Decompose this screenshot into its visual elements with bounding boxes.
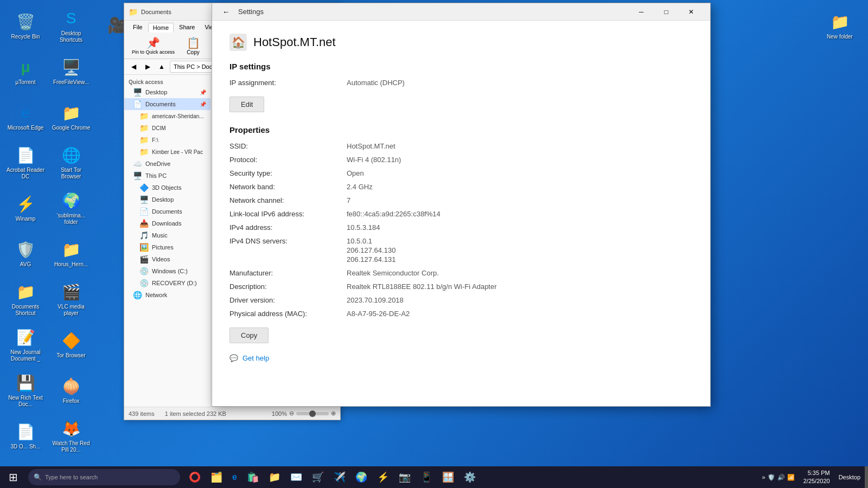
taskbar-network-icon[interactable]: 📶: [787, 474, 795, 481]
settings-channel-value: 7: [347, 196, 350, 204]
google-chrome-icon[interactable]: 🌐 Start Tor Browser: [49, 140, 93, 184]
firefox-icon[interactable]: 🦊 Watch The Red Pill 20...: [49, 414, 93, 457]
new-journal-icon[interactable]: 📝 New Journal Document _: [4, 323, 47, 366]
fe-sidebar-onedrive[interactable]: ☁️ OneDrive: [124, 158, 210, 170]
taskbar-task-view[interactable]: 🗂️: [206, 467, 227, 487]
settings-dns-3: 206.127.64.131: [347, 255, 395, 264]
start-tor-icon[interactable]: 🌍 'sublimina... folder: [49, 186, 93, 229]
fe-zoom-thumb: [309, 410, 316, 417]
subliminal-icon[interactable]: 📁 Horus_Hern...: [49, 232, 93, 275]
start-button[interactable]: ⊞: [0, 466, 26, 488]
taskbar-search[interactable]: 🔍 Type here to search: [28, 469, 180, 485]
taskbar-folder[interactable]: 📁: [264, 467, 285, 487]
fe-pin-button[interactable]: 📌 Pin to Quick access: [129, 35, 178, 56]
skype-icon[interactable]: S Desktop Shortcuts: [49, 4, 93, 47]
settings-back-button[interactable]: ←: [219, 4, 234, 20]
settings-mac-label: Physical address (MAC):: [229, 310, 338, 318]
avg-icon[interactable]: 🛡️ AVG: [4, 232, 47, 275]
taskbar-show-desktop-button[interactable]: [865, 466, 868, 488]
fe-folder-kimber[interactable]: 📁 Kimber Lee - VR Pac: [124, 146, 210, 158]
taskbar-camera[interactable]: 📷: [394, 467, 415, 487]
fe-zoom-slider[interactable]: [296, 412, 329, 415]
fe-sidebar: Quick access 🖥️ Desktop 📌 📄 Documents 📌 …: [124, 75, 211, 407]
taskbar-winamp[interactable]: ⚡: [373, 467, 393, 487]
acrobat-icon[interactable]: 📄 Acrobat Reader DC: [4, 140, 47, 184]
taskbar-cortana[interactable]: ⭕: [184, 467, 205, 487]
fe-back-button[interactable]: ◀: [127, 61, 139, 73]
settings-driver-value: 2023.70.109.2018: [347, 296, 404, 304]
utorrent-icon[interactable]: μ µTorrent: [4, 49, 47, 93]
taskbar-clock[interactable]: 5:35 PM 2/25/2020: [799, 469, 834, 486]
taskbar-desktop-label[interactable]: Desktop: [834, 474, 865, 480]
fe-forward-button[interactable]: ▶: [142, 61, 154, 73]
fe-folder-f[interactable]: 📁 F:\: [124, 134, 210, 146]
settings-ip-assignment-label: IP assignment:: [229, 79, 338, 87]
fe-up-button[interactable]: ▲: [156, 61, 168, 73]
settings-dns-row: IPv4 DNS servers: 10.5.0.1 206.127.64.13…: [229, 237, 693, 264]
settings-ipv6-value: fe80::4ca5:a9d:2265:c38f%14: [347, 210, 441, 218]
settings-channel-row: Network channel: 7: [229, 196, 693, 204]
fe-sidebar-videos[interactable]: 🎬 Videos: [124, 253, 210, 265]
taskbar-tray-expand[interactable]: »: [762, 474, 765, 480]
settings-maximize-button[interactable]: □: [654, 3, 679, 21]
winamp-label: Winamp: [16, 216, 36, 222]
taskbar-mail[interactable]: ✉️: [286, 467, 307, 487]
fe-sidebar-pictures[interactable]: 🖼️ Pictures: [124, 241, 210, 253]
fe-zoom-in-button[interactable]: ⊕: [331, 410, 336, 417]
vlc-icon[interactable]: 🔶 Tor Browser: [49, 323, 93, 366]
taskbar-windows-store2[interactable]: 🪟: [438, 467, 458, 487]
edge-icon[interactable]: e Microsoft Edge: [4, 95, 47, 138]
desktop-shortcuts-icon[interactable]: 🖥️ FreeFileView...: [49, 49, 93, 93]
fe-sidebar-music[interactable]: 🎵 Music: [124, 229, 210, 241]
settings-close-button[interactable]: ✕: [679, 3, 704, 21]
winamp-icon[interactable]: ⚡ Winamp: [4, 186, 47, 229]
desktop-icons: 🗑️ Recycle Bin μ µTorrent e Microsoft Ed…: [0, 0, 60, 466]
fe-sidebar-network[interactable]: 🌐 Network: [124, 289, 210, 301]
taskbar-orbit[interactable]: 🌍: [351, 467, 372, 487]
taskbar-tray: » 🛡️ 🔊 📶: [758, 474, 799, 481]
fe-copy-button[interactable]: 📋 Copy: [182, 35, 204, 56]
tor-browser-icon[interactable]: 🧅 Firefox: [49, 368, 93, 412]
taskbar-date: 2/25/2020: [803, 477, 830, 485]
taskbar-settings[interactable]: ⚙️: [459, 467, 480, 487]
fe-zoom-out-button[interactable]: ⊖: [289, 410, 294, 417]
fe-sidebar-desktop[interactable]: 🖥️ Desktop 📌: [124, 86, 210, 98]
taskbar-store[interactable]: 🛍️: [242, 467, 263, 487]
taskbar-volume-icon[interactable]: 🔊: [777, 474, 785, 481]
fe-tab-file[interactable]: File: [129, 23, 147, 33]
taskbar-tripadvisor[interactable]: ✈️: [329, 467, 350, 487]
settings-minimize-button[interactable]: ─: [629, 3, 654, 21]
fe-zoom-control: 100% ⊖ ⊕: [272, 410, 336, 417]
fe-folder-americavr[interactable]: 📁 americavr-Sheridan...: [124, 110, 210, 122]
fe-tab-share[interactable]: Share: [175, 23, 199, 33]
recycle-bin-icon[interactable]: 🗑️ Recycle Bin: [4, 4, 47, 47]
settings-description-value: Realtek RTL8188EE 802.11 b/g/n Wi-Fi Ada…: [347, 282, 497, 291]
settings-ip-assignment-value: Automatic (DHCP): [347, 79, 405, 87]
fe-sidebar-desktop2[interactable]: 🖥️ Desktop: [124, 194, 210, 206]
settings-copy-button[interactable]: Copy: [229, 328, 269, 343]
fe-sidebar-documents[interactable]: 📄 Documents 📌: [124, 98, 210, 110]
taskbar-antivirus-icon: 🛡️: [768, 474, 775, 481]
documents-shortcut-icon[interactable]: 📁 Documents Shortcut: [4, 277, 47, 320]
fe-sidebar-windows-c[interactable]: 💿 Windows (C:): [124, 265, 210, 277]
new-folder-right-icon[interactable]: 📁 New folder: [818, 4, 861, 47]
fe-folder-dcim[interactable]: 📁 DCIM: [124, 122, 210, 134]
fe-tab-home[interactable]: Home: [148, 23, 174, 33]
horus-icon[interactable]: 🎬 VLC media player: [49, 277, 93, 320]
fe-sidebar-documents2[interactable]: 📄 Documents: [124, 206, 210, 217]
new-rich-text-icon[interactable]: 📄 3D O... Sh...: [4, 414, 47, 457]
taskbar-edge[interactable]: e: [228, 467, 241, 487]
taskbar: ⊞ 🔍 Type here to search ⭕ 🗂️ e 🛍️ 📁 ✉️ 🛒…: [0, 466, 868, 488]
taskbar-phone[interactable]: 📱: [416, 467, 437, 487]
fe-sidebar-downloads[interactable]: 📥 Downloads: [124, 217, 210, 229]
taskbar-amazon[interactable]: 🛒: [308, 467, 328, 487]
settings-edit-button[interactable]: Edit: [229, 97, 264, 112]
fe-sidebar-3d-objects[interactable]: 🔷 3D Objects: [124, 182, 210, 194]
settings-help-link[interactable]: 💬 Get help: [229, 354, 693, 362]
easeus-icon[interactable]: 💾 New Rich Text Doc...: [4, 368, 47, 412]
fe-sidebar-recovery-d[interactable]: 💿 RECOVERY (D:): [124, 277, 210, 289]
fe-sidebar-this-pc[interactable]: 🖥️ This PC: [124, 170, 210, 182]
new-folder-3-icon[interactable]: 📁 Google Chrome: [49, 95, 93, 138]
recycle-bin-label: Recycle Bin: [11, 34, 40, 40]
settings-band-row: Network band: 2.4 GHz: [229, 183, 693, 191]
